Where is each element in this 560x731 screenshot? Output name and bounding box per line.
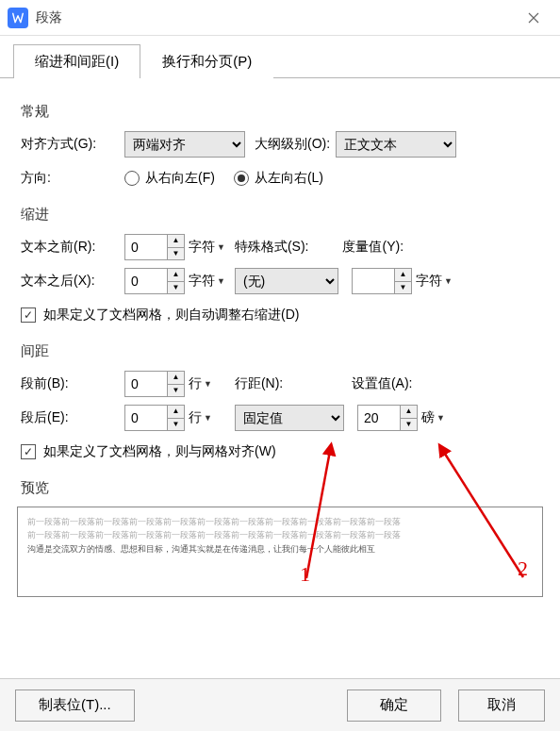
measure-input[interactable] <box>353 269 394 293</box>
close-button[interactable] <box>515 4 552 32</box>
outline-select[interactable]: 正文文本 <box>336 131 456 158</box>
align-grid-checkbox[interactable]: ✓如果定义了文档网格，则与网格对齐(W) <box>21 443 276 460</box>
indent-after-input[interactable] <box>125 269 167 293</box>
set-value-input[interactable] <box>358 406 400 430</box>
unit-char-3[interactable]: 字符▼ <box>416 273 453 290</box>
preview-main-text: 沟通是交流双方的情感、思想和目标，沟通其实就是在传递消息，让我们每一个人能彼此相… <box>27 542 533 556</box>
set-value-label: 设置值(A): <box>352 375 413 392</box>
ok-button[interactable]: 确定 <box>347 689 441 722</box>
space-before-label: 段前(B): <box>21 375 124 392</box>
measure-label: 度量值(Y): <box>342 239 404 256</box>
radio-ltr[interactable]: 从左向右(L) <box>234 170 323 187</box>
spin-down-icon[interactable]: ▼ <box>168 385 184 397</box>
section-spacing: 间距 <box>21 342 539 360</box>
spin-down-icon[interactable]: ▼ <box>168 282 184 294</box>
indent-before-label: 文本之前(R): <box>21 239 124 256</box>
alignment-label: 对齐方式(G): <box>21 136 124 153</box>
measure-spinner[interactable]: ▲▼ <box>352 268 412 294</box>
space-after-label: 段后(E): <box>21 409 124 426</box>
alignment-select[interactable]: 两端对齐 <box>124 131 245 158</box>
outline-label: 大纲级别(O): <box>255 136 330 153</box>
space-after-input[interactable] <box>125 406 167 430</box>
unit-char-2[interactable]: 字符▼ <box>189 273 225 290</box>
preview-filler: 前一段落前一段落前一段落前一段落前一段落前一段落前一段落前一段落前一段落前一段落… <box>27 528 533 541</box>
radio-rtl-label: 从右向左(F) <box>145 170 215 187</box>
section-preview: 预览 <box>21 479 539 497</box>
spin-up-icon[interactable]: ▲ <box>401 406 417 419</box>
spin-up-icon[interactable]: ▲ <box>168 372 184 385</box>
tab-line-page-break[interactable]: 换行和分页(P) <box>140 44 273 78</box>
space-before-input[interactable] <box>125 372 167 396</box>
radio-rtl[interactable]: 从右向左(F) <box>124 170 215 187</box>
space-after-spinner[interactable]: ▲▼ <box>124 405 185 431</box>
direction-label: 方向: <box>21 170 124 187</box>
dialog-footer: 制表位(T)... 确定 取消 <box>0 678 560 731</box>
special-label: 特殊格式(S): <box>235 239 309 256</box>
unit-line-2[interactable]: 行▼ <box>189 409 212 426</box>
preview-box: 前一段落前一段落前一段落前一段落前一段落前一段落前一段落前一段落前一段落前一段落… <box>17 507 543 597</box>
tabstops-button[interactable]: 制表位(T)... <box>15 689 135 722</box>
spin-up-icon[interactable]: ▲ <box>168 235 184 248</box>
window-title: 段落 <box>36 9 515 26</box>
line-spacing-label: 行距(N): <box>235 375 329 392</box>
app-icon <box>8 8 28 28</box>
spin-up-icon[interactable]: ▲ <box>395 269 411 282</box>
preview-filler: 前一段落前一段落前一段落前一段落前一段落前一段落前一段落前一段落前一段落前一段落… <box>27 515 533 528</box>
spin-down-icon[interactable]: ▼ <box>168 248 184 260</box>
titlebar: 段落 <box>0 0 560 36</box>
indent-before-spinner[interactable]: ▲▼ <box>124 234 185 260</box>
tab-indent-spacing[interactable]: 缩进和间距(I) <box>13 44 140 78</box>
indent-after-spinner[interactable]: ▲▼ <box>124 268 185 294</box>
radio-ltr-label: 从左向右(L) <box>255 170 323 187</box>
line-spacing-select[interactable]: 固定值 <box>235 405 344 431</box>
align-grid-label: 如果定义了文档网格，则与网格对齐(W) <box>43 443 276 460</box>
spin-up-icon[interactable]: ▲ <box>168 406 184 419</box>
unit-char[interactable]: 字符▼ <box>189 239 225 256</box>
unit-line[interactable]: 行▼ <box>189 375 212 392</box>
spin-down-icon[interactable]: ▼ <box>395 282 411 294</box>
cancel-button[interactable]: 取消 <box>458 689 545 722</box>
spin-up-icon[interactable]: ▲ <box>168 269 184 282</box>
spin-down-icon[interactable]: ▼ <box>168 419 184 431</box>
spin-down-icon[interactable]: ▼ <box>401 419 417 431</box>
auto-adjust-indent-label: 如果定义了文档网格，则自动调整右缩进(D) <box>43 307 299 324</box>
indent-after-label: 文本之后(X): <box>21 273 124 290</box>
auto-adjust-indent-checkbox[interactable]: ✓如果定义了文档网格，则自动调整右缩进(D) <box>21 307 299 324</box>
indent-before-input[interactable] <box>125 235 167 259</box>
set-value-spinner[interactable]: ▲▼ <box>357 405 418 431</box>
section-general: 常规 <box>21 103 539 121</box>
unit-pt[interactable]: 磅▼ <box>421 409 445 426</box>
space-before-spinner[interactable]: ▲▼ <box>124 371 185 397</box>
special-format-select[interactable]: (无) <box>235 268 338 294</box>
section-indent: 缩进 <box>21 206 539 224</box>
tabstrip: 缩进和间距(I) 换行和分页(P) <box>0 43 560 78</box>
